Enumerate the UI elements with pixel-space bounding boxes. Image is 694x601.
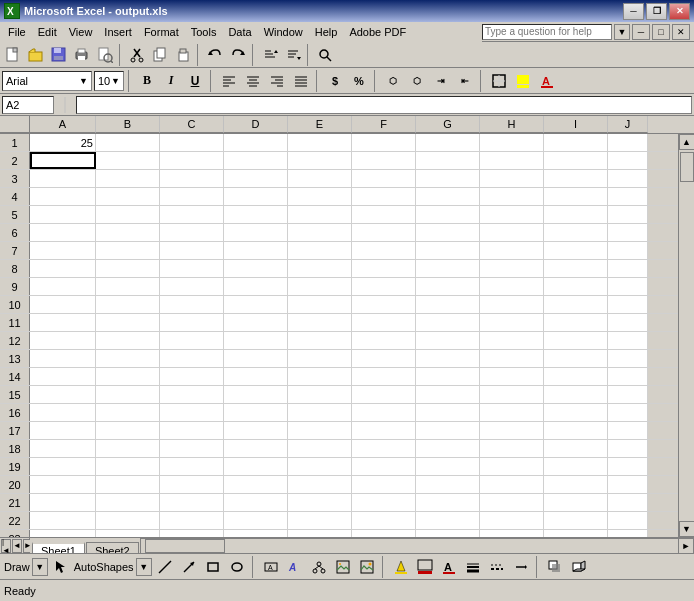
cell-b14[interactable] bbox=[96, 368, 160, 385]
scroll-up-arrow[interactable]: ▲ bbox=[679, 134, 695, 150]
cell-d15[interactable] bbox=[224, 386, 288, 403]
cell-d11[interactable] bbox=[224, 314, 288, 331]
cell-a6[interactable] bbox=[30, 224, 96, 241]
cell-j11[interactable] bbox=[608, 314, 648, 331]
menu-adobe-pdf[interactable]: Adobe PDF bbox=[343, 24, 412, 40]
row-number-5[interactable]: 5 bbox=[0, 206, 30, 223]
cell-j18[interactable] bbox=[608, 440, 648, 457]
align-center-button[interactable] bbox=[242, 71, 264, 91]
cell-e6[interactable] bbox=[288, 224, 352, 241]
cell-h15[interactable] bbox=[480, 386, 544, 403]
scroll-thumb[interactable] bbox=[680, 152, 694, 182]
row-number-15[interactable]: 15 bbox=[0, 386, 30, 403]
line-button[interactable] bbox=[154, 556, 176, 578]
cell-f21[interactable] bbox=[352, 494, 416, 511]
cell-e3[interactable] bbox=[288, 170, 352, 187]
cell-d4[interactable] bbox=[224, 188, 288, 205]
cell-g16[interactable] bbox=[416, 404, 480, 421]
scroll-right-button[interactable]: ► bbox=[678, 538, 694, 553]
print-preview-button[interactable] bbox=[94, 44, 116, 66]
cell-i16[interactable] bbox=[544, 404, 608, 421]
fill-color-btn2[interactable] bbox=[390, 556, 412, 578]
cell-d3[interactable] bbox=[224, 170, 288, 187]
cell-j16[interactable] bbox=[608, 404, 648, 421]
cell-b9[interactable] bbox=[96, 278, 160, 295]
cell-g11[interactable] bbox=[416, 314, 480, 331]
cell-i4[interactable] bbox=[544, 188, 608, 205]
cell-c1[interactable] bbox=[160, 134, 224, 151]
cell-j12[interactable] bbox=[608, 332, 648, 349]
cell-b13[interactable] bbox=[96, 350, 160, 367]
cell-e15[interactable] bbox=[288, 386, 352, 403]
cell-a8[interactable] bbox=[30, 260, 96, 277]
shadow-button[interactable] bbox=[544, 556, 566, 578]
cell-b3[interactable] bbox=[96, 170, 160, 187]
cell-e18[interactable] bbox=[288, 440, 352, 457]
cell-i12[interactable] bbox=[544, 332, 608, 349]
cell-f18[interactable] bbox=[352, 440, 416, 457]
cell-a12[interactable] bbox=[30, 332, 96, 349]
cell-e21[interactable] bbox=[288, 494, 352, 511]
formula-input[interactable] bbox=[76, 96, 692, 114]
cell-e13[interactable] bbox=[288, 350, 352, 367]
cell-e4[interactable] bbox=[288, 188, 352, 205]
cell-e22[interactable] bbox=[288, 512, 352, 529]
cell-g19[interactable] bbox=[416, 458, 480, 475]
window-close-inner[interactable]: ✕ bbox=[672, 24, 690, 40]
3d-button[interactable] bbox=[568, 556, 590, 578]
cell-i9[interactable] bbox=[544, 278, 608, 295]
menu-window[interactable]: Window bbox=[258, 24, 309, 40]
cell-a17[interactable] bbox=[30, 422, 96, 439]
menu-edit[interactable]: Edit bbox=[32, 24, 63, 40]
cell-i5[interactable] bbox=[544, 206, 608, 223]
cell-g4[interactable] bbox=[416, 188, 480, 205]
cell-d6[interactable] bbox=[224, 224, 288, 241]
cell-h6[interactable] bbox=[480, 224, 544, 241]
zoom-button[interactable] bbox=[314, 44, 336, 66]
col-header-j[interactable]: J bbox=[608, 116, 648, 133]
row-number-18[interactable]: 18 bbox=[0, 440, 30, 457]
text-box-button[interactable]: A bbox=[260, 556, 282, 578]
menu-file[interactable]: File bbox=[2, 24, 32, 40]
cell-a10[interactable] bbox=[30, 296, 96, 313]
row-number-7[interactable]: 7 bbox=[0, 242, 30, 259]
cell-d14[interactable] bbox=[224, 368, 288, 385]
cell-g18[interactable] bbox=[416, 440, 480, 457]
cell-f19[interactable] bbox=[352, 458, 416, 475]
menu-insert[interactable]: Insert bbox=[98, 24, 138, 40]
cell-j17[interactable] bbox=[608, 422, 648, 439]
col-header-h[interactable]: H bbox=[480, 116, 544, 133]
row-number-8[interactable]: 8 bbox=[0, 260, 30, 277]
paste-button[interactable] bbox=[172, 44, 194, 66]
cell-d21[interactable] bbox=[224, 494, 288, 511]
wordart-button[interactable]: A bbox=[284, 556, 306, 578]
cell-i10[interactable] bbox=[544, 296, 608, 313]
italic-button[interactable]: I bbox=[160, 71, 182, 91]
cell-h7[interactable] bbox=[480, 242, 544, 259]
cell-i6[interactable] bbox=[544, 224, 608, 241]
cell-c4[interactable] bbox=[160, 188, 224, 205]
h-scroll-thumb[interactable] bbox=[145, 539, 225, 553]
row-number-6[interactable]: 6 bbox=[0, 224, 30, 241]
cell-j19[interactable] bbox=[608, 458, 648, 475]
currency-button[interactable]: $ bbox=[324, 71, 346, 91]
line-style-button[interactable] bbox=[462, 556, 484, 578]
cell-h21[interactable] bbox=[480, 494, 544, 511]
cell-i23[interactable] bbox=[544, 530, 608, 537]
cell-h19[interactable] bbox=[480, 458, 544, 475]
cell-c16[interactable] bbox=[160, 404, 224, 421]
cell-e10[interactable] bbox=[288, 296, 352, 313]
cell-b18[interactable] bbox=[96, 440, 160, 457]
col-header-c[interactable]: C bbox=[160, 116, 224, 133]
cell-b17[interactable] bbox=[96, 422, 160, 439]
print-button[interactable] bbox=[71, 44, 93, 66]
border-button[interactable] bbox=[488, 71, 510, 91]
cell-e16[interactable] bbox=[288, 404, 352, 421]
row-number-12[interactable]: 12 bbox=[0, 332, 30, 349]
scroll-down-arrow[interactable]: ▼ bbox=[679, 521, 695, 537]
sort-asc-button[interactable] bbox=[259, 44, 281, 66]
cell-a5[interactable] bbox=[30, 206, 96, 223]
cell-j14[interactable] bbox=[608, 368, 648, 385]
window-minimize-inner[interactable]: ─ bbox=[632, 24, 650, 40]
cell-e17[interactable] bbox=[288, 422, 352, 439]
